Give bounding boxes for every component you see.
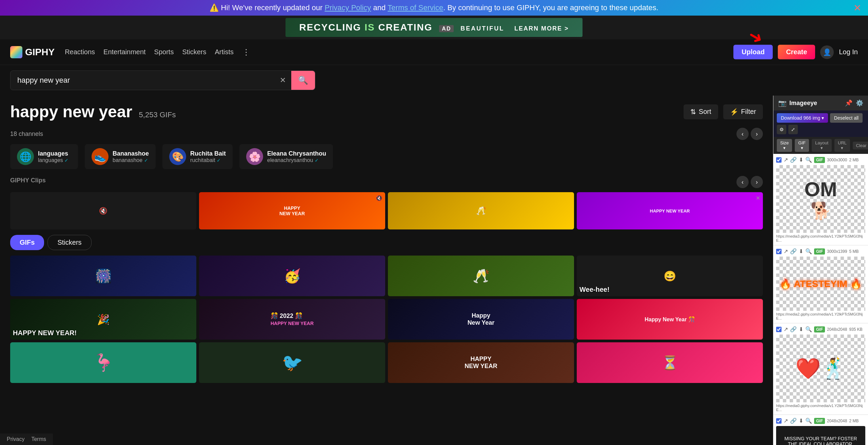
gif-item[interactable]: Happy New Year 🎊	[577, 299, 763, 340]
channel-name: languages	[38, 150, 68, 157]
image-checkbox[interactable]	[776, 157, 782, 163]
image-download-icon[interactable]: ⬇	[799, 248, 803, 255]
imageeye-pin-icon[interactable]: 📌	[845, 99, 852, 107]
image-zoom-icon[interactable]: 🔍	[805, 326, 812, 332]
nav-links: Reactions Entertainment Sports Stickers …	[65, 47, 250, 57]
imageeye-header: 📷 Imageeye 📌 ⚙️	[773, 96, 868, 110]
image-download-icon[interactable]: ⬇	[799, 418, 803, 424]
clips-prev-arrow[interactable]: ‹	[736, 176, 749, 188]
create-button[interactable]: Create	[778, 45, 815, 59]
image-zoom-icon[interactable]: 🔍	[805, 418, 812, 424]
privacy-policy-link[interactable]: Privacy Policy	[324, 3, 371, 12]
image-copy-icon[interactable]: 🔗	[790, 248, 797, 255]
privacy-footer-link[interactable]: Privacy	[7, 436, 24, 442]
image-item: ↗ 🔗 ⬇ 🔍 GIF 3000x1399 5 MB 🔥 ATESTEYIM 🔥…	[773, 245, 868, 323]
image-preview[interactable]: 🔥 ATESTEYIM 🔥	[776, 257, 865, 311]
gif-item[interactable]: HAPPYNEW YEAR	[388, 342, 574, 383]
terms-link[interactable]: Terms of Service	[388, 3, 443, 12]
gif-content: 😄	[664, 270, 676, 282]
clip-item[interactable]: 🥂	[388, 192, 574, 229]
image-download-icon[interactable]: ⬇	[799, 326, 803, 332]
image-copy-icon[interactable]: 🔗	[790, 326, 797, 332]
toolbar-settings-button[interactable]: ⚙	[777, 125, 786, 134]
gif-item[interactable]: 🐦	[199, 342, 385, 383]
gif-item[interactable]: 🎉 HAPPY NEW YEAR!	[10, 299, 196, 340]
gif-item[interactable]: 🎆	[10, 256, 196, 296]
image-checkbox[interactable]	[776, 418, 782, 424]
giphy-logo[interactable]: GIPHY	[10, 46, 55, 58]
gif-item[interactable]: 🎊 2022 🎊HAPPY NEW YEAR	[199, 299, 385, 340]
channel-item[interactable]: 👟 Bananashoe bananashoe ✓	[85, 144, 156, 169]
nav-stickers[interactable]: Stickers	[182, 48, 206, 56]
imageeye-settings-icon[interactable]: ⚙️	[856, 99, 863, 107]
image-type-badge: GIF	[814, 418, 825, 424]
channels-next-arrow[interactable]: ›	[751, 128, 763, 140]
channel-item[interactable]: 🌐 languages languages ✓	[10, 144, 78, 169]
clip-close-icon: ✕	[756, 195, 760, 201]
image-open-icon[interactable]: ↗	[784, 248, 788, 255]
image-checkbox[interactable]	[776, 327, 782, 332]
ad-cta[interactable]: LEARN MORE >	[514, 25, 569, 32]
clips-next-arrow[interactable]: ›	[751, 176, 763, 188]
ad-content[interactable]: RECYCLING IS CREATING AD BEAUTIFUL LEARN…	[285, 18, 582, 37]
toolbar-expand-button[interactable]: ⤢	[788, 125, 798, 134]
ad-label: AD	[439, 25, 454, 32]
nav-reactions[interactable]: Reactions	[65, 48, 95, 56]
clip-item[interactable]: HAPPYNEW YEAR 🔇	[199, 192, 385, 229]
deselect-all-button[interactable]: Deselect all	[830, 113, 863, 123]
image-open-icon[interactable]: ↗	[784, 418, 788, 424]
image-download-icon[interactable]: ⬇	[799, 157, 803, 163]
sort-button[interactable]: ⇅ Sort	[684, 104, 718, 119]
filter-button[interactable]: ⚡ Filter	[723, 104, 763, 119]
image-zoom-icon[interactable]: 🔍	[805, 157, 812, 163]
user-avatar[interactable]: 👤	[820, 45, 834, 59]
filter-layout[interactable]: Layout ▾	[812, 139, 832, 152]
notif-close-button[interactable]: ✕	[853, 2, 861, 14]
channels-prev-arrow[interactable]: ‹	[736, 128, 749, 140]
image-item-header: ↗ 🔗 ⬇ 🔍 GIF 3000x3000 2 MB	[776, 157, 865, 163]
filter-gif[interactable]: GIF ▾	[795, 139, 809, 152]
gif-item[interactable]: ⏳	[577, 342, 763, 383]
search-clear-button[interactable]: ✕	[274, 76, 291, 85]
gif-item[interactable]: 😄 Wee-hee!	[577, 256, 763, 296]
image-checkbox[interactable]	[776, 249, 782, 254]
nav-artists[interactable]: Artists	[215, 48, 234, 56]
image-preview[interactable]: OM 🐕	[776, 165, 865, 233]
image-zoom-icon[interactable]: 🔍	[805, 248, 812, 255]
gif-item[interactable]: 🦩	[10, 342, 196, 383]
nav-sports[interactable]: Sports	[154, 48, 174, 56]
image-content: MISSING YOUR TEAM? FOSTERTHE IDEAL COLLA…	[784, 436, 857, 445]
image-filesize: 935 KB	[849, 327, 862, 332]
nav-more-dots[interactable]: ⋮	[242, 47, 250, 57]
login-button[interactable]: Log In	[839, 48, 858, 56]
search-submit-button[interactable]: 🔍	[291, 71, 315, 90]
clip-item[interactable]: HAPPY NEW YEAR ✕	[577, 192, 763, 229]
terms-footer-link[interactable]: Terms	[31, 436, 46, 442]
stickers-tab[interactable]: Stickers	[47, 235, 91, 250]
channel-handle: languages ✓	[38, 157, 68, 163]
image-preview[interactable]: MISSING YOUR TEAM? FOSTERTHE IDEAL COLLA…	[776, 426, 865, 445]
nav-entertainment[interactable]: Entertainment	[103, 48, 146, 56]
filter-size[interactable]: Size ▾	[777, 139, 792, 152]
clip-item[interactable]: 🔇	[10, 192, 196, 229]
gifs-tab[interactable]: GIFs	[10, 235, 44, 250]
image-open-icon[interactable]: ↗	[784, 326, 788, 332]
image-copy-icon[interactable]: 🔗	[790, 418, 797, 424]
image-copy-icon[interactable]: 🔗	[790, 157, 797, 163]
filter-clear[interactable]: Clear	[853, 142, 868, 149]
search-input[interactable]	[11, 71, 274, 89]
filter-url[interactable]: URL ▾	[834, 139, 850, 152]
gif-item[interactable]: HappyNew Year	[388, 299, 574, 340]
channel-item[interactable]: 🎨 Ruchita Bait ruchitabait ✓	[162, 144, 233, 169]
download-button[interactable]: Download 966 img ▾	[777, 113, 828, 123]
image-dimensions: 3000x3000	[827, 158, 847, 162]
gif-item[interactable]: 🥳	[199, 256, 385, 296]
gif-item[interactable]: 🥂	[388, 256, 574, 296]
image-preview[interactable]: ❤️🕺	[776, 335, 865, 402]
channel-info: Bananashoe bananashoe ✓	[113, 150, 149, 163]
image-open-icon[interactable]: ↗	[784, 157, 788, 163]
channel-item[interactable]: 🌸 Eleana Chrysanthou eleanachrysanthou ✓	[239, 144, 333, 169]
download-label: Download 966 img	[781, 115, 820, 121]
channel-name: Ruchita Bait	[190, 150, 226, 157]
imageeye-title-area: 📷 Imageeye	[778, 99, 817, 107]
